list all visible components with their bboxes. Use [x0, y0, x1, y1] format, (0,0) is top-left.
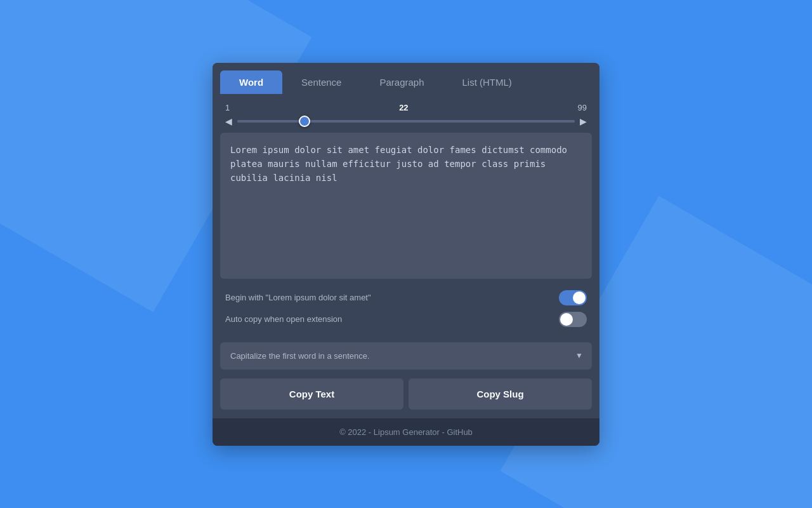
tabs-container: Word Sentence Paragraph List (HTML): [213, 63, 599, 94]
slider-track: [237, 120, 575, 123]
footer-text: © 2022 - Lipsum Generator - GitHub: [339, 427, 473, 437]
slider-section: 1 22 99 ◀ ▶: [213, 94, 599, 133]
slider-left-arrow[interactable]: ◀: [225, 116, 232, 126]
main-card: Word Sentence Paragraph List (HTML) 1 22…: [213, 63, 599, 446]
slider-thumb-wrapper: [299, 116, 310, 127]
slider-container: ◀ ▶: [225, 116, 587, 126]
slider-max: 99: [578, 103, 587, 112]
slider-fill: [237, 120, 575, 123]
copy-text-button[interactable]: Copy Text: [220, 378, 403, 410]
dropdown-section: Capitalize the first word in a sentence.…: [213, 342, 599, 378]
footer: © 2022 - Lipsum Generator - GitHub: [213, 418, 599, 446]
text-area-section: Lorem ipsum dolor sit amet feugiat dolor…: [213, 133, 599, 281]
option-auto-copy-label: Auto copy when open extension: [225, 314, 342, 324]
option-auto-copy-row: Auto copy when open extension: [225, 312, 587, 327]
slider-min: 1: [225, 103, 230, 112]
option-begin-lorem-label: Begin with "Lorem ipsum dolor sit amet": [225, 293, 371, 302]
slider-labels: 1 22 99: [225, 103, 587, 112]
copy-slug-button[interactable]: Copy Slug: [409, 378, 592, 410]
tab-word[interactable]: Word: [220, 70, 282, 94]
slider-thumb[interactable]: [299, 116, 310, 127]
capitalize-dropdown[interactable]: Capitalize the first word in a sentence.: [220, 342, 592, 370]
lorem-textarea[interactable]: Lorem ipsum dolor sit amet feugiat dolor…: [220, 133, 592, 279]
options-section: Begin with "Lorem ipsum dolor sit amet" …: [213, 281, 599, 342]
dropdown-value: Capitalize the first word in a sentence.: [230, 351, 370, 361]
buttons-section: Copy Text Copy Slug: [213, 378, 599, 418]
tab-paragraph[interactable]: Paragraph: [360, 70, 443, 94]
toggle-begin-lorem[interactable]: [559, 290, 587, 305]
dropdown-wrapper: Capitalize the first word in a sentence.…: [220, 342, 592, 370]
slider-right-arrow[interactable]: ▶: [580, 116, 587, 126]
toggle-auto-copy[interactable]: [559, 312, 587, 327]
option-begin-lorem-row: Begin with "Lorem ipsum dolor sit amet": [225, 290, 587, 305]
tab-list-html[interactable]: List (HTML): [443, 70, 531, 94]
tab-sentence[interactable]: Sentence: [282, 70, 360, 94]
slider-current-value: 22: [399, 103, 408, 112]
